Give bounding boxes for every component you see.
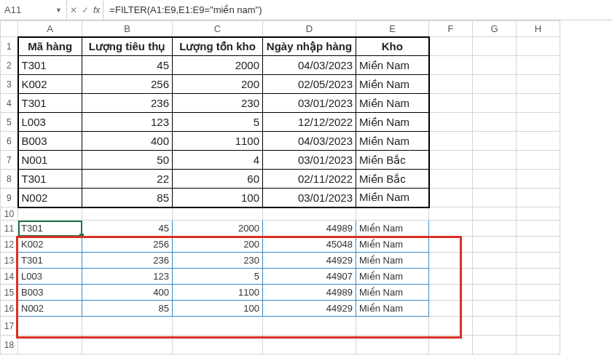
cell[interactable] [473, 113, 517, 132]
cell[interactable] [429, 189, 473, 207]
table-cell[interactable]: 04/03/2023 [263, 56, 356, 75]
table-cell[interactable]: Miền Nam [356, 132, 429, 151]
row-header-18[interactable]: 18 [1, 336, 18, 355]
cell[interactable] [473, 317, 517, 336]
table-cell[interactable]: 100 [173, 189, 263, 207]
result-cell[interactable]: 236 [82, 253, 173, 269]
table-cell[interactable]: 2000 [173, 56, 263, 75]
column-header-C[interactable]: C [173, 21, 263, 37]
cell[interactable] [473, 253, 517, 269]
row-header-16[interactable]: 16 [1, 301, 18, 317]
name-box[interactable]: A11 ▼ [0, 0, 67, 20]
table-header[interactable]: Kho [356, 37, 429, 56]
row-header-4[interactable]: 4 [1, 94, 18, 113]
table-cell[interactable]: N002 [18, 189, 82, 207]
cell[interactable] [356, 317, 429, 336]
row-header-13[interactable]: 13 [1, 253, 18, 269]
table-cell[interactable]: 03/01/2023 [263, 94, 356, 113]
result-cell[interactable]: 45 [82, 221, 173, 237]
cell[interactable] [429, 285, 473, 301]
cell[interactable] [473, 94, 517, 113]
table-cell[interactable]: Miền Nam [356, 189, 429, 207]
cell[interactable] [517, 285, 560, 301]
result-cell[interactable]: 200 [173, 237, 263, 253]
cell[interactable] [473, 189, 517, 207]
result-cell[interactable]: 123 [82, 269, 173, 285]
result-cell[interactable]: N002 [18, 301, 82, 317]
table-cell[interactable]: 02/11/2022 [263, 170, 356, 189]
table-cell[interactable]: T301 [18, 94, 82, 113]
table-cell[interactable]: Miền Bắc [356, 151, 429, 170]
row-header-6[interactable]: 6 [1, 132, 18, 151]
cell[interactable] [429, 75, 473, 94]
row-header-3[interactable]: 3 [1, 75, 18, 94]
table-cell[interactable]: 400 [82, 132, 173, 151]
row-header-15[interactable]: 15 [1, 285, 18, 301]
table-cell[interactable]: Miền Nam [356, 56, 429, 75]
table-cell[interactable]: N001 [18, 151, 82, 170]
result-cell[interactable]: 85 [82, 301, 173, 317]
cell[interactable] [517, 253, 560, 269]
cell[interactable] [473, 151, 517, 170]
table-cell[interactable]: 123 [82, 113, 173, 132]
result-cell[interactable]: Miền Nam [356, 221, 429, 237]
result-cell[interactable]: 2000 [173, 221, 263, 237]
result-cell[interactable]: 230 [173, 253, 263, 269]
cancel-icon[interactable]: ✕ [70, 5, 77, 15]
table-cell[interactable]: 60 [173, 170, 263, 189]
result-cell[interactable]: K002 [18, 237, 82, 253]
fx-icon[interactable]: fx [93, 5, 100, 15]
result-cell[interactable]: 5 [173, 269, 263, 285]
table-cell[interactable]: Miền Bắc [356, 170, 429, 189]
table-cell[interactable]: 03/01/2023 [263, 151, 356, 170]
column-header-H[interactable]: H [517, 21, 560, 37]
cell[interactable] [473, 37, 517, 56]
cell[interactable] [517, 132, 560, 151]
cell[interactable] [173, 336, 263, 355]
table-cell[interactable]: 03/01/2023 [263, 189, 356, 207]
cell[interactable] [263, 317, 356, 336]
cell[interactable] [473, 170, 517, 189]
cell[interactable] [429, 221, 473, 237]
cell[interactable] [429, 94, 473, 113]
result-cell[interactable]: 44989 [263, 221, 356, 237]
table-cell[interactable]: 45 [82, 56, 173, 75]
cell[interactable] [517, 113, 560, 132]
cell[interactable] [429, 269, 473, 285]
row-header-5[interactable]: 5 [1, 113, 18, 132]
column-header-B[interactable]: B [82, 21, 173, 37]
table-cell[interactable]: T301 [18, 170, 82, 189]
result-cell[interactable]: Miền Nam [356, 237, 429, 253]
confirm-icon[interactable]: ✓ [82, 5, 89, 15]
cell[interactable] [473, 336, 517, 355]
cell[interactable] [429, 56, 473, 75]
column-header-D[interactable]: D [263, 21, 356, 37]
cell[interactable] [517, 317, 560, 336]
result-cell[interactable]: T301 [18, 253, 82, 269]
cell[interactable] [517, 189, 560, 207]
row-header-11[interactable]: 11 [1, 221, 18, 237]
table-cell[interactable]: 85 [82, 189, 173, 207]
cell[interactable] [473, 75, 517, 94]
cell[interactable] [429, 113, 473, 132]
cell[interactable] [517, 301, 560, 317]
row-header-1[interactable]: 1 [1, 37, 18, 56]
cell[interactable] [18, 207, 82, 221]
row-header-9[interactable]: 9 [1, 189, 18, 207]
table-cell[interactable]: 1100 [173, 132, 263, 151]
formula-input[interactable]: =FILTER(A1:E9,E1:E9="miền nam") [103, 0, 612, 20]
column-header-E[interactable]: E [356, 21, 429, 37]
cell[interactable] [473, 285, 517, 301]
cell[interactable] [517, 207, 560, 221]
cell[interactable] [173, 317, 263, 336]
cell[interactable] [517, 56, 560, 75]
cell[interactable] [356, 336, 429, 355]
cell[interactable] [517, 336, 560, 355]
table-cell[interactable]: K002 [18, 75, 82, 94]
cell[interactable] [263, 336, 356, 355]
cell[interactable] [473, 301, 517, 317]
cell[interactable] [517, 237, 560, 253]
table-cell[interactable]: L003 [18, 113, 82, 132]
active-cell[interactable]: T301 [18, 221, 82, 237]
cell[interactable] [473, 221, 517, 237]
